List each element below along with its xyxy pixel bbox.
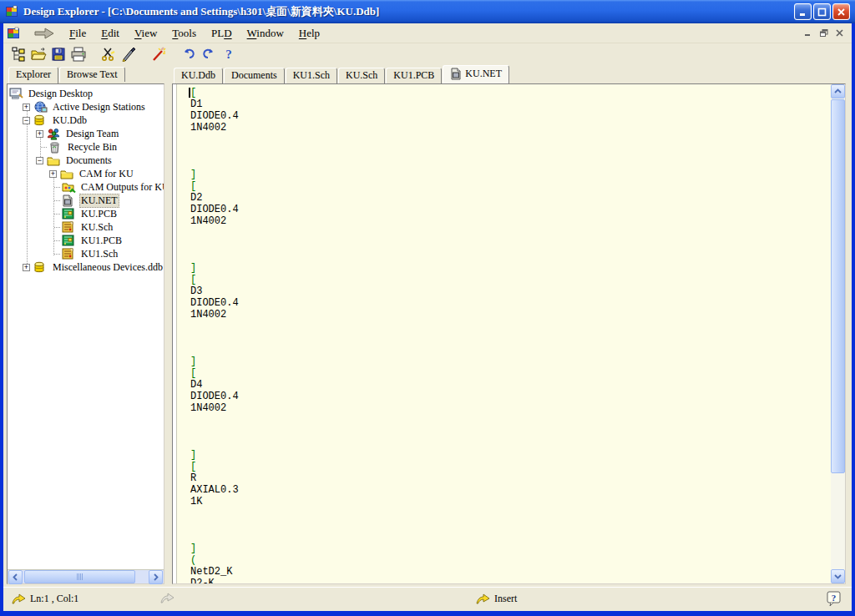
status-arrow-icon	[476, 593, 490, 604]
scroll-left-arrow-icon	[13, 573, 18, 581]
open-folder-button[interactable]	[28, 45, 48, 63]
editor-vertical-scrollbar[interactable]	[831, 84, 845, 583]
netlist-line: [	[190, 461, 831, 472]
scroll-left-button[interactable]	[8, 570, 23, 584]
design-explorer-window: Design Explorer - [C:\Documents and Sett…	[0, 0, 855, 616]
tree-item-ku1-pcb[interactable]: KU1.PCB	[8, 234, 164, 247]
doc-tab-ku-sch[interactable]: KU.Sch	[338, 68, 385, 83]
menu-edit[interactable]: Edit	[94, 25, 127, 42]
tree-item-design-desktop[interactable]: Design Desktop	[8, 87, 164, 100]
panel-tab-browse-text[interactable]: Browse Text	[59, 67, 125, 82]
tree-item-documents[interactable]: −Documents	[8, 154, 164, 167]
paste-button[interactable]	[119, 45, 139, 63]
scroll-down-arrow-icon	[834, 573, 842, 579]
menu-window[interactable]: Window	[240, 25, 291, 42]
status-bar: Ln:1 , Col:1 Insert ?	[3, 587, 852, 611]
tree-item-ku-pcb[interactable]: KU.PCB	[8, 207, 164, 220]
tree-item-design-team[interactable]: +Design Team	[8, 127, 164, 140]
redo-button[interactable]	[199, 45, 219, 63]
system-menu-icon[interactable]	[7, 27, 20, 40]
scroll-up-button[interactable]	[831, 84, 845, 98]
svg-text:?: ?	[832, 593, 837, 603]
netlist-line	[190, 531, 831, 543]
netlist-line: DIODE0.4	[190, 204, 831, 215]
netlist-line: [	[190, 87, 831, 98]
netlist-line: D2	[190, 192, 831, 204]
menu-tools[interactable]: Tools	[164, 25, 204, 42]
help-button[interactable]: ?	[219, 45, 239, 63]
tree-item-label: Active Design Stations	[51, 101, 147, 114]
tree-item-ku-net[interactable]: KU.NET	[8, 194, 164, 207]
scroll-down-button[interactable]	[831, 569, 845, 583]
window-border-left	[0, 23, 3, 616]
tree-item-cam-outputs-for-ku[interactable]: CAM Outputs for KU	[8, 180, 164, 194]
netlist-text-area[interactable]: [D1DIODE0.41N4002 ][D2DIODE0.41N4002 ][D…	[178, 84, 831, 583]
expand-box[interactable]: +	[36, 130, 43, 138]
tree-item-active-design-stations[interactable]: +Active Design Stations	[8, 100, 164, 114]
print-button[interactable]	[68, 45, 89, 63]
netdoc-icon	[62, 194, 76, 207]
expand-box[interactable]: +	[23, 104, 30, 111]
tree-item-ku-ddb[interactable]: −KU.Ddb	[8, 114, 164, 127]
netlist-line	[190, 239, 831, 250]
tree-item-ku1-sch[interactable]: KU1.Sch	[8, 247, 164, 260]
doc-tab-ku-ddb[interactable]: KU.Ddb	[174, 68, 223, 83]
mdi-restore-button[interactable]	[817, 27, 831, 39]
tree-item-cam-for-ku[interactable]: +CAM for KU	[8, 167, 164, 180]
stations-icon	[33, 100, 48, 114]
collapse-box[interactable]: −	[36, 157, 43, 164]
document-menu-arrow-icon[interactable]	[33, 28, 55, 39]
tree-item-miscellaneous-devices-ddb[interactable]: +Miscellaneous Devices.ddb	[8, 260, 164, 274]
explorer-panel: Design Desktop+Active Design Stations−KU…	[7, 83, 164, 584]
tree-scroll-thumb[interactable]	[24, 570, 135, 583]
design-tree: Design Desktop+Active Design Stations−KU…	[8, 84, 164, 569]
tab-label: Explorer	[16, 68, 51, 81]
tree-horizontal-scrollbar[interactable]	[8, 569, 164, 583]
window-border-bottom	[0, 611, 855, 616]
collapse-box[interactable]: −	[23, 117, 30, 124]
editor-scroll-thumb[interactable]	[831, 99, 845, 473]
help-balloon-button[interactable]: ?	[826, 591, 842, 608]
tree-item-label: KU.NET	[79, 194, 119, 208]
doc-tab-ku1-sch[interactable]: KU1.Sch	[286, 68, 337, 83]
expand-box[interactable]: +	[49, 170, 57, 178]
close-button[interactable]	[832, 3, 850, 20]
wand-button[interactable]	[149, 45, 169, 63]
svg-text:?: ?	[225, 48, 232, 61]
menu-pld[interactable]: PLD	[204, 25, 240, 42]
open-folder-icon	[30, 47, 47, 62]
mdi-minimize-button[interactable]	[801, 27, 815, 39]
scroll-up-arrow-icon	[834, 88, 842, 94]
minimize-button[interactable]	[794, 3, 812, 20]
netlist-line	[190, 332, 831, 344]
panel-tab-explorer[interactable]: Explorer	[8, 67, 58, 83]
netlist-line: DIODE0.4	[190, 391, 831, 402]
save-button[interactable]	[48, 45, 68, 63]
status-arrow-icon	[12, 593, 26, 604]
redo-icon	[201, 48, 216, 61]
menu-help[interactable]: Help	[291, 25, 327, 42]
tree-item-recycle-bin[interactable]: Recycle Bin	[8, 140, 164, 154]
netlist-line	[190, 414, 831, 426]
undo-button[interactable]	[179, 45, 199, 63]
tab-label: KU1.PCB	[393, 69, 434, 82]
maximize-button[interactable]	[813, 3, 831, 20]
netlist-doc-icon	[450, 68, 462, 80]
folder-icon	[60, 167, 74, 180]
mdi-close-button[interactable]	[832, 27, 847, 39]
doc-tab-ku1-pcb[interactable]: KU1.PCB	[386, 68, 442, 83]
netlist-line: R	[190, 472, 831, 484]
netlist-line	[190, 344, 831, 356]
cut-button[interactable]	[99, 45, 119, 63]
cursor-position-status: Ln:1 , Col:1	[30, 593, 78, 605]
document-tab-strip: KU.DdbDocumentsKU1.SchKU.SchKU1.PCBKU.NE…	[174, 65, 510, 83]
scroll-right-button[interactable]	[149, 570, 163, 584]
netlist-line: ]	[190, 449, 831, 461]
doc-tab-documents[interactable]: Documents	[224, 68, 285, 83]
menu-view[interactable]: View	[127, 25, 164, 42]
expand-box[interactable]: +	[23, 264, 30, 271]
doc-tab-ku-net[interactable]: KU.NET	[443, 65, 509, 83]
tree-item-ku-sch[interactable]: KU.Sch	[8, 220, 164, 234]
explorer-toggle-button[interactable]	[8, 45, 28, 63]
menu-file[interactable]: File	[62, 25, 94, 42]
